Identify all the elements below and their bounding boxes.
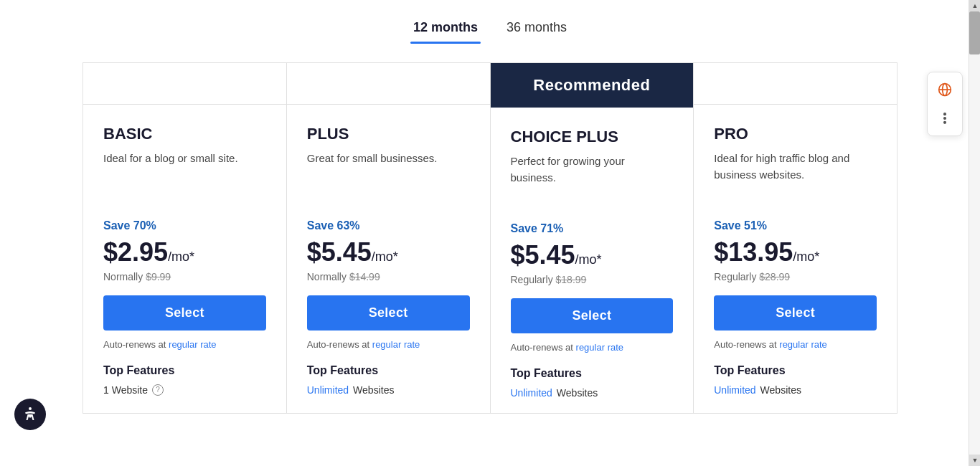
plus-normally: Normally $14.99 bbox=[307, 271, 470, 282]
scroll-up-button[interactable]: ▲ bbox=[969, 0, 980, 11]
scroll-track bbox=[969, 11, 980, 455]
pro-top-features-label: Top Features bbox=[714, 364, 877, 377]
basic-normally: Normally $9.99 bbox=[103, 271, 266, 282]
svg-point-5 bbox=[944, 122, 946, 124]
basic-header-spacer bbox=[83, 63, 286, 105]
plan-card-pro: PRO Ideal for high traffic blog and busi… bbox=[694, 63, 897, 413]
settings-dots-icon[interactable] bbox=[933, 107, 956, 130]
period-12mo-button[interactable]: 12 months bbox=[410, 14, 481, 41]
choice-plus-select-button[interactable]: Select bbox=[511, 298, 674, 333]
scroll-down-button[interactable]: ▼ bbox=[969, 455, 980, 466]
pro-save-label: Save 51% bbox=[714, 219, 877, 232]
choice-plus-feature-1-link[interactable]: Unlimited bbox=[511, 387, 552, 399]
plus-normally-label: Normally bbox=[307, 271, 347, 282]
plus-top-features-label: Top Features bbox=[307, 364, 470, 377]
basic-price-amount: $2.95 bbox=[103, 237, 168, 267]
basic-save-label: Save 70% bbox=[103, 219, 266, 232]
plus-feature-1-link[interactable]: Unlimited bbox=[307, 384, 349, 396]
plus-plan-content: PLUS Great for small businesses. Save 63… bbox=[287, 105, 490, 410]
pro-plan-description: Ideal for high traffic blog and business… bbox=[714, 151, 877, 202]
plus-price: $5.45/mo* bbox=[307, 238, 470, 267]
basic-plan-content: BASIC Ideal for a blog or small site. Sa… bbox=[83, 105, 286, 410]
choice-plus-normally-label: Regularly bbox=[511, 274, 553, 285]
plan-card-plus: PLUS Great for small businesses. Save 63… bbox=[287, 63, 491, 413]
recommended-badge: Recommended bbox=[491, 63, 694, 108]
plans-container: BASIC Ideal for a blog or small site. Sa… bbox=[83, 62, 897, 414]
choice-plus-save-label: Save 71% bbox=[511, 222, 674, 235]
pro-select-button[interactable]: Select bbox=[714, 295, 877, 331]
globe-icon[interactable] bbox=[933, 78, 956, 101]
pro-plan-content: PRO Ideal for high traffic blog and busi… bbox=[694, 105, 897, 410]
choice-plus-plan-name: CHOICE PLUS bbox=[511, 128, 674, 146]
plus-feature-1-suffix: Websites bbox=[353, 384, 394, 396]
pro-per-mo: /mo* bbox=[793, 249, 819, 264]
svg-point-4 bbox=[944, 118, 946, 120]
basic-plan-name: BASIC bbox=[103, 125, 266, 143]
pro-regular-rate-link[interactable]: regular rate bbox=[779, 339, 826, 350]
plus-auto-renews: Auto-renews at regular rate bbox=[307, 339, 470, 350]
choice-plus-auto-renews: Auto-renews at regular rate bbox=[511, 342, 674, 353]
basic-feature-1: 1 Website ? bbox=[103, 384, 266, 396]
plus-price-amount: $5.45 bbox=[307, 237, 372, 267]
plus-regular-rate-link[interactable]: regular rate bbox=[372, 339, 420, 350]
period-36mo-button[interactable]: 36 months bbox=[504, 14, 570, 41]
period-toggle: 12 months 36 months bbox=[0, 0, 980, 62]
choice-plus-feature-1: Unlimited Websites bbox=[511, 387, 674, 399]
pro-header-spacer bbox=[694, 63, 897, 105]
pro-normally-label: Regularly bbox=[714, 271, 756, 282]
scroll-thumb[interactable] bbox=[969, 11, 980, 54]
choice-plus-normally: Regularly $18.99 bbox=[511, 274, 674, 285]
plus-per-mo: /mo* bbox=[372, 249, 398, 264]
plan-card-choice-plus: Recommended CHOICE PLUS Perfect for grow… bbox=[491, 63, 694, 413]
pro-normally: Regularly $28.99 bbox=[714, 271, 877, 282]
pro-feature-1-suffix: Websites bbox=[760, 384, 801, 396]
plan-card-basic: BASIC Ideal for a blog or small site. Sa… bbox=[83, 63, 287, 413]
page-wrapper: 12 months 36 months BASIC Ideal for a bl… bbox=[0, 0, 980, 466]
basic-plan-description: Ideal for a blog or small site. bbox=[103, 151, 266, 202]
basic-auto-renews: Auto-renews at regular rate bbox=[103, 339, 266, 350]
svg-point-3 bbox=[944, 113, 946, 115]
plus-plan-description: Great for small businesses. bbox=[307, 151, 470, 202]
choice-plus-regular-rate-link[interactable]: regular rate bbox=[576, 342, 623, 353]
choice-plus-price-amount: $5.45 bbox=[511, 240, 575, 270]
basic-regular-rate-link[interactable]: regular rate bbox=[169, 339, 216, 350]
choice-plus-normally-price: $18.99 bbox=[556, 274, 587, 285]
accessibility-button[interactable] bbox=[14, 399, 46, 430]
basic-price: $2.95/mo* bbox=[103, 238, 266, 267]
basic-normally-price: $9.99 bbox=[146, 271, 171, 282]
choice-plus-feature-1-suffix: Websites bbox=[557, 387, 598, 399]
basic-select-button[interactable]: Select bbox=[103, 295, 266, 331]
svg-point-6 bbox=[29, 407, 32, 410]
plus-select-button[interactable]: Select bbox=[307, 295, 470, 331]
choice-plus-plan-description: Perfect for growing your business. bbox=[511, 153, 674, 205]
plus-header-spacer bbox=[287, 63, 490, 105]
basic-feature-1-text: 1 Website bbox=[103, 384, 148, 396]
scrollbar: ▲ ▼ bbox=[969, 0, 980, 466]
plus-save-label: Save 63% bbox=[307, 219, 470, 232]
pro-feature-1-link[interactable]: Unlimited bbox=[714, 384, 755, 396]
choice-plus-price: $5.45/mo* bbox=[511, 241, 674, 270]
pro-auto-renews: Auto-renews at regular rate bbox=[714, 339, 877, 350]
choice-plus-top-features-label: Top Features bbox=[511, 367, 674, 380]
basic-feature-info-icon[interactable]: ? bbox=[152, 384, 164, 396]
plus-plan-name: PLUS bbox=[307, 125, 470, 143]
basic-per-mo: /mo* bbox=[168, 249, 194, 264]
basic-normally-label: Normally bbox=[103, 271, 143, 282]
pro-price-amount: $13.95 bbox=[714, 237, 793, 267]
pro-normally-price: $28.99 bbox=[759, 271, 790, 282]
pro-feature-1: Unlimited Websites bbox=[714, 384, 877, 396]
side-icons-panel bbox=[927, 72, 963, 136]
plus-feature-1: Unlimited Websites bbox=[307, 384, 470, 396]
basic-top-features-label: Top Features bbox=[103, 364, 266, 377]
plus-normally-price: $14.99 bbox=[349, 271, 380, 282]
pro-price: $13.95/mo* bbox=[714, 238, 877, 267]
pro-plan-name: PRO bbox=[714, 125, 877, 143]
choice-plus-per-mo: /mo* bbox=[575, 252, 602, 267]
choice-plus-plan-content: CHOICE PLUS Perfect for growing your bus… bbox=[491, 108, 694, 413]
